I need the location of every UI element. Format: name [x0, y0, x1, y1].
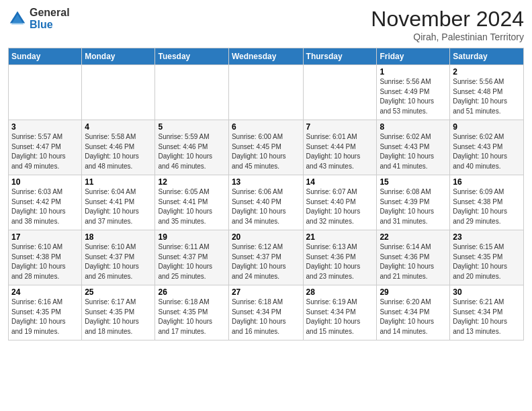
week-row-1: 3Sunrise: 5:57 AM Sunset: 4:47 PM Daylig…: [9, 120, 524, 175]
day-info: Sunrise: 6:14 AM Sunset: 4:36 PM Dayligh…: [380, 242, 447, 281]
day-cell: 25Sunrise: 6:17 AM Sunset: 4:35 PM Dayli…: [82, 285, 155, 340]
day-info: Sunrise: 6:13 AM Sunset: 4:36 PM Dayligh…: [306, 242, 374, 281]
day-cell: 21Sunrise: 6:13 AM Sunset: 4:36 PM Dayli…: [303, 230, 377, 285]
day-cell: [82, 65, 155, 120]
day-cell: 10Sunrise: 6:03 AM Sunset: 4:42 PM Dayli…: [9, 175, 82, 230]
day-info: Sunrise: 6:20 AM Sunset: 4:34 PM Dayligh…: [380, 298, 447, 336]
day-cell: 28Sunrise: 6:19 AM Sunset: 4:34 PM Dayli…: [303, 285, 377, 340]
day-info: Sunrise: 6:11 AM Sunset: 4:37 PM Dayligh…: [158, 242, 225, 281]
day-number: 13: [232, 177, 300, 187]
day-cell: 29Sunrise: 6:20 AM Sunset: 4:34 PM Dayli…: [377, 285, 450, 340]
day-cell: [9, 65, 82, 120]
day-info: Sunrise: 5:56 AM Sunset: 4:49 PM Dayligh…: [380, 77, 447, 116]
day-cell: 13Sunrise: 6:06 AM Sunset: 4:40 PM Dayli…: [228, 175, 303, 230]
day-cell: 23Sunrise: 6:15 AM Sunset: 4:35 PM Dayli…: [450, 230, 524, 285]
logo-general: General: [30, 7, 70, 19]
day-number: 12: [158, 177, 225, 187]
day-info: Sunrise: 6:05 AM Sunset: 4:41 PM Dayligh…: [158, 187, 225, 226]
day-info: Sunrise: 6:19 AM Sunset: 4:34 PM Dayligh…: [306, 298, 374, 336]
day-number: 8: [380, 122, 447, 132]
day-info: Sunrise: 6:06 AM Sunset: 4:40 PM Dayligh…: [232, 187, 300, 226]
day-info: Sunrise: 6:15 AM Sunset: 4:35 PM Dayligh…: [453, 242, 521, 281]
day-info: Sunrise: 6:17 AM Sunset: 4:35 PM Dayligh…: [85, 298, 152, 336]
month-title: November 2024: [371, 7, 524, 32]
day-number: 10: [11, 177, 79, 187]
day-info: Sunrise: 6:04 AM Sunset: 4:41 PM Dayligh…: [85, 187, 152, 226]
day-cell: 19Sunrise: 6:11 AM Sunset: 4:37 PM Dayli…: [155, 230, 228, 285]
week-row-4: 24Sunrise: 6:16 AM Sunset: 4:35 PM Dayli…: [9, 285, 524, 340]
day-info: Sunrise: 6:16 AM Sunset: 4:35 PM Dayligh…: [11, 298, 79, 336]
day-cell: 5Sunrise: 5:59 AM Sunset: 4:46 PM Daylig…: [155, 120, 228, 175]
day-cell: 24Sunrise: 6:16 AM Sunset: 4:35 PM Dayli…: [9, 285, 82, 340]
day-number: 4: [85, 122, 152, 132]
day-cell: 12Sunrise: 6:05 AM Sunset: 4:41 PM Dayli…: [155, 175, 228, 230]
header-wednesday: Wednesday: [228, 48, 303, 65]
day-number: 14: [306, 177, 374, 187]
day-number: 25: [85, 287, 152, 297]
day-number: 2: [453, 67, 521, 77]
day-cell: 3Sunrise: 5:57 AM Sunset: 4:47 PM Daylig…: [9, 120, 82, 175]
day-number: 29: [380, 287, 447, 297]
day-number: 28: [306, 287, 374, 297]
day-cell: 30Sunrise: 6:21 AM Sunset: 4:34 PM Dayli…: [450, 285, 524, 340]
location-title: Qirah, Palestinian Territory: [371, 32, 524, 42]
day-cell: 1Sunrise: 5:56 AM Sunset: 4:49 PM Daylig…: [377, 65, 450, 120]
header-monday: Monday: [82, 48, 155, 65]
calendar-header-row: SundayMondayTuesdayWednesdayThursdayFrid…: [9, 48, 524, 65]
day-info: Sunrise: 6:01 AM Sunset: 4:44 PM Dayligh…: [306, 132, 374, 171]
day-info: Sunrise: 6:12 AM Sunset: 4:37 PM Dayligh…: [232, 242, 300, 281]
logo-blue: Blue: [30, 19, 70, 31]
day-info: Sunrise: 6:02 AM Sunset: 4:43 PM Dayligh…: [380, 132, 447, 171]
day-cell: 2Sunrise: 5:56 AM Sunset: 4:48 PM Daylig…: [450, 65, 524, 120]
day-info: Sunrise: 6:02 AM Sunset: 4:43 PM Dayligh…: [453, 132, 521, 171]
day-cell: 26Sunrise: 6:18 AM Sunset: 4:35 PM Dayli…: [155, 285, 228, 340]
day-cell: [228, 65, 303, 120]
day-cell: 15Sunrise: 6:08 AM Sunset: 4:39 PM Dayli…: [377, 175, 450, 230]
day-number: 16: [453, 177, 521, 187]
day-info: Sunrise: 5:58 AM Sunset: 4:46 PM Dayligh…: [85, 132, 152, 171]
day-cell: 17Sunrise: 6:10 AM Sunset: 4:38 PM Dayli…: [9, 230, 82, 285]
day-cell: 27Sunrise: 6:18 AM Sunset: 4:34 PM Dayli…: [228, 285, 303, 340]
title-section: November 2024 Qirah, Palestinian Territo…: [371, 7, 524, 42]
day-info: Sunrise: 5:57 AM Sunset: 4:47 PM Dayligh…: [11, 132, 79, 171]
calendar-table: SundayMondayTuesdayWednesdayThursdayFrid…: [8, 48, 524, 340]
day-number: 9: [453, 122, 521, 132]
day-number: 17: [11, 232, 79, 242]
day-info: Sunrise: 6:08 AM Sunset: 4:39 PM Dayligh…: [380, 187, 447, 226]
header-sunday: Sunday: [9, 48, 82, 65]
day-cell: 8Sunrise: 6:02 AM Sunset: 4:43 PM Daylig…: [377, 120, 450, 175]
day-info: Sunrise: 6:18 AM Sunset: 4:35 PM Dayligh…: [158, 298, 225, 336]
day-info: Sunrise: 6:03 AM Sunset: 4:42 PM Dayligh…: [11, 187, 79, 226]
page-container: General Blue November 2024 Qirah, Palest…: [0, 0, 532, 347]
day-cell: [155, 65, 228, 120]
logo: General Blue: [8, 7, 70, 30]
day-number: 21: [306, 232, 374, 242]
week-row-0: 1Sunrise: 5:56 AM Sunset: 4:49 PM Daylig…: [9, 65, 524, 120]
day-info: Sunrise: 6:21 AM Sunset: 4:34 PM Dayligh…: [453, 298, 521, 336]
day-cell: 16Sunrise: 6:09 AM Sunset: 4:38 PM Dayli…: [450, 175, 524, 230]
header-thursday: Thursday: [303, 48, 377, 65]
day-cell: 6Sunrise: 6:00 AM Sunset: 4:45 PM Daylig…: [228, 120, 303, 175]
day-cell: 18Sunrise: 6:10 AM Sunset: 4:37 PM Dayli…: [82, 230, 155, 285]
logo-icon: [8, 9, 27, 28]
day-number: 24: [11, 287, 79, 297]
day-number: 7: [306, 122, 374, 132]
day-cell: 11Sunrise: 6:04 AM Sunset: 4:41 PM Dayli…: [82, 175, 155, 230]
day-number: 18: [85, 232, 152, 242]
day-cell: 7Sunrise: 6:01 AM Sunset: 4:44 PM Daylig…: [303, 120, 377, 175]
day-number: 23: [453, 232, 521, 242]
header-saturday: Saturday: [450, 48, 524, 65]
day-number: 3: [11, 122, 79, 132]
logo-text: General Blue: [30, 7, 70, 30]
day-number: 19: [158, 232, 225, 242]
day-cell: [303, 65, 377, 120]
day-number: 11: [85, 177, 152, 187]
day-info: Sunrise: 6:10 AM Sunset: 4:37 PM Dayligh…: [85, 242, 152, 281]
day-cell: 4Sunrise: 5:58 AM Sunset: 4:46 PM Daylig…: [82, 120, 155, 175]
day-number: 1: [380, 67, 447, 77]
day-number: 27: [232, 287, 300, 297]
header-friday: Friday: [377, 48, 450, 65]
day-cell: 22Sunrise: 6:14 AM Sunset: 4:36 PM Dayli…: [377, 230, 450, 285]
day-info: Sunrise: 6:18 AM Sunset: 4:34 PM Dayligh…: [232, 298, 300, 336]
day-info: Sunrise: 6:00 AM Sunset: 4:45 PM Dayligh…: [232, 132, 300, 171]
